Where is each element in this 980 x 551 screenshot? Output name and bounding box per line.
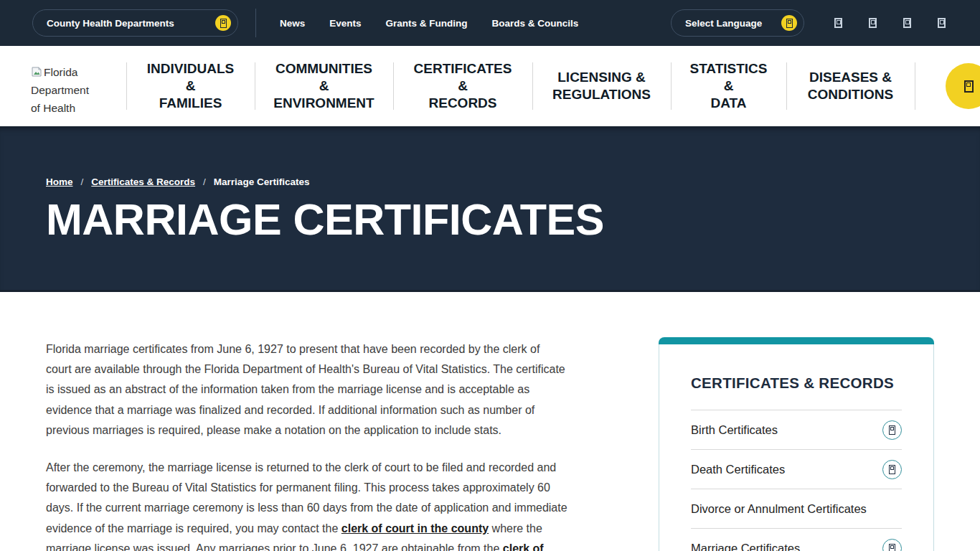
breadcrumb-home[interactable]: Home — [46, 176, 73, 187]
paragraph: Florida marriage certificates from June … — [46, 339, 568, 441]
breadcrumb-current: Marriage Certificates — [214, 176, 310, 187]
utility-links: News Events Grants & Funding Boards & Co… — [280, 18, 578, 29]
page: County Health Departments News Events Gr… — [0, 0, 980, 551]
paragraph-text: Florida marriage certificates from June … — [46, 343, 565, 436]
search-icon — [964, 80, 974, 93]
list-item-label: Death Certificates — [691, 463, 785, 476]
breadcrumb-separator: / — [203, 176, 206, 187]
breadcrumb: Home / Certificates & Records / Marriage… — [46, 126, 980, 187]
divider — [255, 9, 256, 37]
site-logo[interactable]: Florida Department of Health — [0, 46, 126, 126]
list-item-label: Birth Certificates — [691, 423, 778, 437]
topbar-link-grants-funding[interactable]: Grants & Funding — [386, 18, 468, 29]
topbar-link-news[interactable]: News — [280, 18, 305, 29]
nav-item-certificates-records[interactable]: CERTIFICATES & RECORDS — [393, 46, 532, 126]
page-title: MARRIAGE CERTIFICATES — [46, 197, 980, 242]
dropdown-icon — [215, 15, 231, 31]
main-content: Florida marriage certificates from June … — [0, 292, 980, 551]
card-accent-bar — [659, 337, 934, 344]
card-title: CERTIFICATES & RECORDS — [691, 375, 902, 392]
nav-item-communities-environment[interactable]: COMMUNITIES & ENVIRONMENT — [255, 46, 393, 126]
list-item-marriage-certificates[interactable]: Marriage Certificates — [691, 528, 902, 551]
county-health-departments-button[interactable]: County Health Departments — [32, 9, 238, 37]
hero-banner: Home / Certificates & Records / Marriage… — [0, 126, 980, 292]
topbar-link-boards-councils[interactable]: Boards & Councils — [492, 18, 579, 29]
broken-image-icon — [31, 66, 42, 77]
list-item-label: Divorce or Annulment Certificates — [691, 502, 867, 516]
social-icon-4[interactable] — [938, 18, 946, 28]
utility-bar: County Health Departments News Events Gr… — [0, 0, 980, 46]
topbar-link-events[interactable]: Events — [329, 18, 361, 29]
glyph-placeholder-icon — [889, 425, 895, 435]
paragraph: After the ceremony, the marriage license… — [46, 458, 568, 551]
glyph-placeholder-icon — [786, 19, 793, 28]
list-item-death-certificates[interactable]: Death Certificates — [691, 449, 902, 489]
logo-alt-text: Florida Department of Health — [31, 63, 100, 117]
card-list: Birth Certificates Death Certificates Di… — [691, 410, 902, 551]
nav-item-statistics-data[interactable]: STATISTICS & DATA — [671, 46, 786, 126]
certificates-records-card: CERTIFICATES & RECORDS Birth Certificate… — [659, 337, 934, 551]
breadcrumb-separator: / — [81, 176, 84, 187]
list-item-divorce-annulment-certificates[interactable]: Divorce or Annulment Certificates — [691, 489, 902, 528]
select-language-label: Select Language — [685, 18, 762, 29]
dropdown-icon — [781, 15, 797, 31]
glyph-placeholder-icon — [889, 465, 895, 474]
nav-item-licensing-regulations[interactable]: LICENSING & REGULATIONS — [532, 46, 671, 126]
main-navigation: Florida Department of Health INDIVIDUALS… — [0, 46, 980, 126]
glyph-placeholder-icon — [220, 19, 227, 28]
expand-button[interactable] — [882, 460, 902, 479]
article-text: Florida marriage certificates from June … — [46, 339, 568, 551]
select-language-button[interactable]: Select Language — [671, 9, 804, 37]
social-icons — [834, 18, 946, 28]
nav-item-individuals-families[interactable]: INDIVIDUALS & FAMILIES — [126, 46, 255, 126]
list-item-label: Marriage Certificates — [691, 542, 800, 551]
expand-button[interactable] — [882, 420, 902, 440]
nav-item-diseases-conditions[interactable]: DISEASES & CONDITIONS — [786, 46, 915, 126]
utility-right: Select Language — [671, 9, 946, 37]
card-body: CERTIFICATES & RECORDS Birth Certificate… — [659, 344, 934, 551]
search-button[interactable] — [946, 63, 980, 109]
glyph-placeholder-icon — [889, 544, 895, 551]
clerk-of-court-county-link[interactable]: clerk of court in the county — [341, 522, 489, 534]
social-icon-2[interactable] — [869, 18, 877, 28]
nav-search-area — [915, 46, 980, 126]
list-item-birth-certificates[interactable]: Birth Certificates — [691, 410, 902, 449]
social-icon-1[interactable] — [834, 18, 842, 28]
clerk-of-link[interactable]: clerk of — [503, 542, 544, 551]
expand-button[interactable] — [882, 539, 902, 551]
social-icon-3[interactable] — [903, 18, 911, 28]
breadcrumb-certificates-records[interactable]: Certificates & Records — [91, 176, 195, 187]
county-health-departments-label: County Health Departments — [47, 18, 174, 29]
